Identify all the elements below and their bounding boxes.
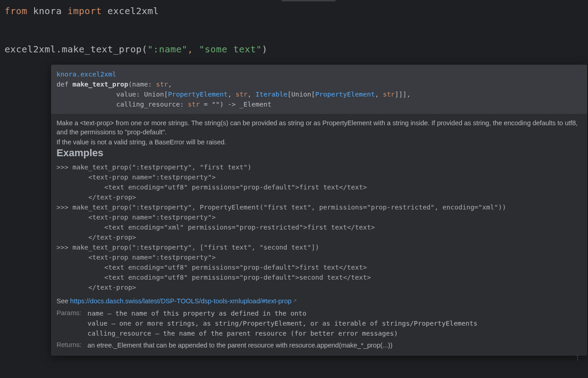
documentation-link[interactable]: https://docs.dasch.swiss/latest/DSP-TOOL… — [70, 297, 292, 305]
description-line-1: Make a <text-prop> from one or more stri… — [57, 118, 582, 137]
sig-c2: , — [227, 91, 235, 98]
code-editor[interactable]: from knora import excel2xml excel2xml.ma… — [0, 0, 588, 356]
examples-code-block: >>> make_text_prop(":testproperty", "fir… — [57, 162, 582, 292]
dot: . — [56, 44, 62, 55]
signature-section: knora.excel2xml def make_text_prop(name:… — [51, 65, 587, 114]
sig-comma-1: , — [168, 81, 172, 88]
lparen: ( — [142, 44, 148, 55]
type-iterable: Iterable — [256, 91, 288, 98]
sig-br2: ]]], — [395, 91, 411, 98]
comma: , — [187, 44, 193, 55]
examples-heading: Examples — [57, 148, 582, 158]
tab-indicator — [282, 0, 335, 1]
type-str-2: str — [236, 91, 248, 98]
rparen: ) — [262, 44, 268, 55]
documentation-popup: knora.excel2xml def make_text_prop(name:… — [51, 65, 587, 356]
code-line-2[interactable]: excel2xml.make_text_prop(":name", "some … — [5, 43, 588, 56]
params-list: name – the name of this property as defi… — [88, 308, 582, 338]
sig-open: (name: — [128, 81, 156, 88]
see-also: See https://docs.dasch.swiss/latest/DSP-… — [57, 296, 582, 306]
resize-handle-icon[interactable]: ⋮ — [575, 354, 581, 361]
sig-c4: , — [375, 91, 382, 98]
code-line-blank-2[interactable] — [5, 30, 588, 43]
string-arg-2: "some text" — [199, 44, 262, 55]
type-propertyelement-2: PropertyElement — [315, 91, 375, 98]
external-link-icon: ↗ — [293, 298, 297, 303]
documentation-body: Make a <text-prop> from one or more stri… — [51, 114, 587, 356]
module-name: knora — [33, 5, 62, 16]
returns-label: Returns: — [57, 340, 86, 350]
type-str-1: str — [156, 81, 168, 88]
returns-value: an etree._Element that can be appended t… — [88, 340, 582, 350]
code-line-blank-1[interactable] — [5, 17, 588, 30]
params-table: Params: name – the name of this property… — [57, 308, 582, 350]
param-value: value – one or more strings, as string/P… — [88, 318, 582, 328]
type-propertyelement-1: PropertyElement — [168, 91, 227, 98]
keyword-from: from — [5, 5, 27, 16]
sig-c3: , — [248, 91, 255, 98]
def-keyword: def — [57, 81, 72, 88]
sig-indent-2: value: Union[ — [57, 91, 168, 98]
string-arg-1: ":name" — [148, 44, 188, 55]
sig-br1: [Union[ — [287, 91, 315, 98]
function-name: make_text_prop — [72, 81, 128, 88]
object-name: excel2xml — [5, 44, 56, 55]
function-call: make_text_prop — [62, 44, 142, 55]
sig-indent-3: calling_resource: — [57, 101, 188, 108]
space — [193, 44, 199, 55]
sig-tail: = "") -> _Element — [200, 101, 271, 108]
param-calling-resource: calling_resource – the name of the paren… — [88, 328, 582, 338]
type-str-3: str — [383, 91, 395, 98]
param-name: name – the name of this property as defi… — [88, 308, 582, 318]
params-label: Params: — [57, 308, 86, 338]
see-prefix: See — [57, 297, 70, 305]
description-line-2: If the value is not a valid string, a Ba… — [57, 138, 582, 147]
imported-name: excel2xml — [108, 5, 159, 16]
code-line-1[interactable]: from knora import excel2xml — [5, 5, 588, 17]
keyword-import: import — [67, 5, 102, 16]
qualified-name: knora.excel2xml — [57, 71, 116, 78]
type-str-4: str — [188, 101, 200, 108]
